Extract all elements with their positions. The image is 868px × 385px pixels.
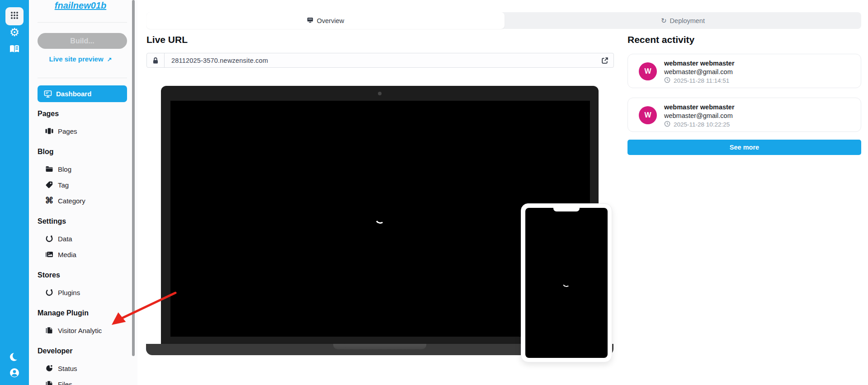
live-url-heading: Live URL	[146, 34, 188, 45]
sidebar-item-label: Dashboard	[56, 90, 91, 98]
activity-card: W webmaster webmaster webmaster@gmail.co…	[627, 54, 861, 88]
sidebar-item-visitor-analytic[interactable]: Visitor Analytic	[45, 325, 132, 335]
user-icon[interactable]	[0, 368, 29, 378]
phone-preview-screen	[525, 208, 608, 358]
tab-overview[interactable]: Overview	[146, 12, 505, 29]
apps-grid-button[interactable]	[5, 7, 24, 25]
tab-deployment-label: Deployment	[670, 17, 705, 24]
sidebar-item-label: Plugins	[58, 289, 80, 296]
command-icon: ⌘	[45, 197, 53, 205]
circle-icon	[45, 235, 53, 243]
sidebar-item-category[interactable]: ⌘ Category	[45, 196, 132, 206]
recent-activity-panel: Recent activity W webmaster webmaster we…	[627, 34, 861, 155]
activity-user-name: webmaster webmaster	[664, 60, 735, 67]
live-url-text: 28112025-3570.newzensite.com	[165, 53, 268, 67]
folder-icon	[45, 165, 53, 173]
sidebar-item-label: Status	[58, 365, 77, 372]
sidebar-item-files[interactable]: Files	[45, 379, 132, 385]
redeploy-icon: ↻	[661, 17, 667, 25]
activity-card: W webmaster webmaster webmaster@gmail.co…	[627, 98, 861, 132]
sidebar-item-label: Files	[58, 380, 72, 385]
sidebar-item-blog[interactable]: Blog	[45, 164, 132, 174]
book-icon[interactable]	[0, 44, 29, 54]
see-more-button[interactable]: See more	[627, 140, 861, 155]
file-icon	[45, 326, 53, 334]
clock-icon	[664, 121, 670, 128]
recent-activity-heading: Recent activity	[627, 34, 861, 46]
sidebar-item-status[interactable]: Status	[45, 363, 132, 373]
phone-preview-frame	[521, 203, 612, 362]
loading-spinner	[374, 213, 386, 225]
activity-timestamp: 2025-11-28 10:22:25	[664, 121, 730, 128]
section-title-stores: Stores	[38, 270, 132, 280]
tab-overview-label: Overview	[317, 17, 344, 24]
file-icon	[45, 380, 53, 385]
activity-user-email: webmaster@gmail.com	[664, 68, 733, 75]
avatar: W	[639, 106, 657, 124]
activity-user-email: webmaster@gmail.com	[664, 112, 733, 119]
live-site-preview-label: Live site preview	[49, 55, 104, 63]
section-title-pages: Pages	[38, 109, 132, 119]
live-site-preview-link[interactable]: Live site preview↗	[29, 55, 132, 63]
pages-icon	[45, 127, 53, 135]
circle-icon	[45, 288, 53, 296]
sidebar-item-label: Visitor Analytic	[58, 327, 102, 334]
app-rail: ⚙	[0, 0, 29, 385]
sidebar-item-label: Category	[58, 197, 85, 205]
media-icon	[45, 250, 53, 258]
moon-icon[interactable]	[0, 352, 29, 362]
section-title-blog: Blog	[38, 147, 132, 157]
lock-icon	[147, 53, 165, 67]
overview-monitor-icon	[307, 17, 313, 24]
sidebar-item-media[interactable]: Media	[45, 249, 132, 259]
monitor-icon	[44, 90, 52, 98]
build-button[interactable]: Build...	[38, 33, 127, 49]
sidebar-item-label: Pages	[58, 127, 77, 135]
sidebar-item-tag[interactable]: Tag	[45, 180, 132, 190]
apps-grid-icon	[10, 11, 19, 21]
activity-timestamp-text: 2025-11-28 11:14:51	[674, 77, 729, 84]
open-in-new-icon[interactable]	[601, 57, 609, 66]
section-title-manage-plugin: Manage Plugin	[38, 308, 132, 318]
gear-icon[interactable]: ⚙	[0, 26, 29, 38]
sidebar-nav: Pages Pages Blog Blog Tag ⌘ Cat	[29, 109, 132, 385]
tag-icon	[45, 181, 53, 189]
laptop-camera-dot	[378, 92, 382, 95]
sidebar: fnailnew01b Build... Live site preview↗ …	[29, 0, 137, 385]
sidebar-item-label: Blog	[58, 165, 71, 173]
activity-user-name: webmaster webmaster	[664, 103, 735, 111]
loading-spinner	[561, 278, 571, 287]
site-name-link[interactable]: fnailnew01b	[29, 0, 132, 11]
sidebar-item-pages[interactable]: Pages	[45, 126, 132, 136]
tab-bar: Overview ↻ Deployment	[146, 12, 861, 29]
divider	[38, 78, 127, 78]
sidebar-item-data[interactable]: Data	[45, 234, 132, 244]
external-arrow-icon: ↗	[107, 56, 112, 63]
laptop-hinge-notch	[333, 344, 426, 349]
live-url-bar[interactable]: 28112025-3570.newzensite.com	[146, 53, 614, 68]
sidebar-item-dashboard[interactable]: Dashboard	[38, 85, 127, 102]
sidebar-scrollbar[interactable]	[132, 0, 135, 356]
app-window: ⚙ fnailnew01b Build... Live site preview…	[0, 0, 868, 385]
activity-timestamp: 2025-11-28 11:14:51	[664, 77, 729, 85]
status-icon	[45, 364, 53, 372]
sidebar-item-plugins[interactable]: Plugins	[45, 287, 132, 297]
section-title-developer: Developer	[38, 346, 132, 356]
section-title-settings: Settings	[38, 216, 132, 226]
clock-icon	[664, 77, 670, 85]
tab-deployment[interactable]: ↻ Deployment	[505, 12, 861, 29]
divider	[38, 22, 127, 23]
activity-timestamp-text: 2025-11-28 10:22:25	[674, 121, 730, 128]
avatar: W	[639, 62, 657, 80]
phone-notch	[553, 208, 580, 211]
sidebar-item-label: Media	[58, 251, 76, 258]
sidebar-item-label: Data	[58, 235, 72, 243]
sidebar-item-label: Tag	[58, 181, 69, 189]
